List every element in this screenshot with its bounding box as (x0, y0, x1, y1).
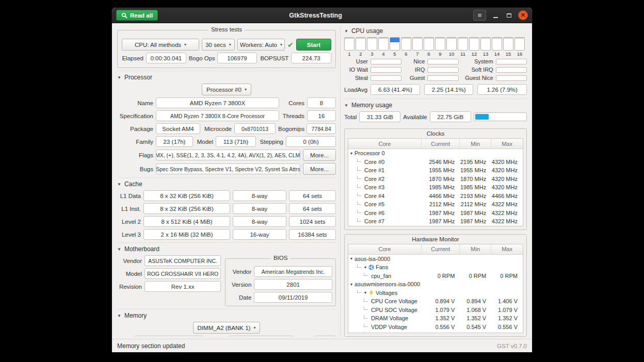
cache-size-value[interactable]: 2 x 16 MiB (32 MiB) (143, 229, 230, 240)
tree-row[interactable]: Core #31985 MHz1985 MHz4320 MHz (348, 183, 523, 192)
microcode-value[interactable]: 0x8701013 (234, 123, 276, 134)
cpu-core-meter-bar (492, 37, 502, 51)
row-name-cell: Core #6 (348, 210, 422, 216)
tree-row[interactable]: Core #71987 MHz1987 MHz4322 MHz (348, 217, 523, 226)
dimm-select[interactable]: DIMM_A2 (BANK 1)▾ (193, 322, 261, 334)
maximize-button[interactable] (505, 11, 513, 20)
stress-workers-select[interactable]: Workers: Auto▾ (237, 39, 285, 51)
bios-version-value[interactable]: 2801 (254, 279, 332, 290)
bogomips-label: Bogomips (278, 126, 304, 132)
minimize-button[interactable] (491, 11, 500, 20)
start-button[interactable]: Start (296, 39, 331, 51)
column-header-max[interactable]: Max (491, 139, 523, 149)
expander-arrow-icon[interactable]: ▾ (350, 151, 352, 156)
mb-model-value[interactable]: ROG CROSSHAIR VII HERO (144, 268, 221, 279)
column-header-core[interactable]: Core (348, 244, 422, 254)
elapsed-value[interactable]: 0:00:30.041 (146, 53, 186, 63)
cores-value[interactable]: 8 (307, 97, 336, 108)
mb-vendor-value[interactable]: ASUSTeK COMPUTER INC. (144, 255, 221, 266)
tree-row[interactable]: Core #21870 MHz1870 MHz4320 MHz (348, 175, 523, 184)
cache-size-value[interactable]: 8 x 32 KiB (256 KiB) (143, 190, 230, 201)
cache-expander[interactable]: ▼ Cache (117, 180, 336, 188)
cpu-core-meter: 2 (356, 37, 366, 57)
loadavg-value[interactable]: 6.63 (41.4%) (371, 84, 420, 95)
column-header-min[interactable]: Min (460, 139, 491, 149)
threads-value[interactable]: 16 (307, 110, 336, 121)
mem-speed-value[interactable]: 3266 MT/s (228, 336, 293, 337)
column-header-current[interactable]: Current (422, 139, 460, 149)
column-header-max[interactable]: Max (491, 244, 523, 254)
cache-sets-value[interactable]: 64 sets (289, 190, 336, 201)
row-label: Processor 0 (355, 150, 385, 156)
read-all-button[interactable]: Read all (116, 10, 158, 21)
tree-row[interactable]: Core #52112 MHz2112 MHz4322 MHz (348, 200, 523, 209)
cache-sets-value[interactable]: 64 sets (289, 203, 336, 214)
bugs-more-button[interactable]: More... (303, 163, 336, 175)
cache-sets-value[interactable]: 16384 sets (289, 229, 336, 240)
flags-value[interactable]: MMX, (+), SSE(1, 2, 3, 3S, 4.1, 4.2, 4A)… (156, 150, 300, 160)
stepping-value[interactable]: 0 (0h) (286, 136, 336, 147)
row-current-cell: 1987 MHz (422, 210, 460, 216)
tree-row[interactable]: ▾Processor 0 (348, 149, 523, 158)
loadavg-value[interactable]: 1.26 (7.9%) (477, 84, 527, 95)
expander-arrow-icon[interactable]: ▾ (364, 290, 366, 295)
cache-size-value[interactable]: 8 x 32 KiB (256 KiB) (143, 203, 230, 214)
mb-revision-value[interactable]: Rev 1.xx (144, 281, 221, 292)
cache-size-value[interactable]: 8 x 512 KiB (4 MiB) (143, 216, 230, 227)
close-button[interactable]: ✕ (518, 10, 528, 20)
mem-rank-value[interactable]: 2 (315, 336, 336, 337)
expander-arrow-icon[interactable]: ▾ (364, 265, 366, 270)
tree-row[interactable]: DRAM Voltage1.352 V1.352 V1.352 V (348, 314, 523, 323)
expander-arrow-icon[interactable]: ▾ (350, 282, 352, 287)
cache-ways-value[interactable]: 16-way (233, 229, 286, 240)
cpu-name-value[interactable]: AMD Ryzen 7 3800X (156, 97, 279, 108)
processor-select[interactable]: Processor #0▾ (202, 84, 251, 95)
flags-more-button[interactable]: More... (303, 149, 336, 161)
tree-row[interactable]: cpu_fan0 RPM0 RPM0 RPM (348, 272, 523, 281)
bogomips-value[interactable]: 7784.84 (307, 123, 336, 134)
cache-ways-value[interactable]: 8-way (233, 190, 286, 201)
stress-method-select[interactable]: CPU: All methods▾ (122, 39, 199, 51)
memory-usage-expander[interactable]: ▼ Memory usage (344, 102, 527, 109)
titlebar[interactable]: Read all GtkStressTesting ≡ ✕ (112, 8, 532, 23)
tree-row[interactable]: ▾asuswmisensors-isa-0000 (348, 280, 523, 289)
tree-row[interactable]: Core #11955 MHz1955 MHz4320 MHz (348, 166, 523, 175)
bogo-ops-value[interactable]: 106979 (217, 53, 257, 63)
column-header-current[interactable]: Current (422, 244, 460, 254)
processor-expander[interactable]: ▼ Processor (117, 74, 336, 81)
tree-row[interactable]: VDDP Voltage0.556 V0.545 V0.556 V (348, 323, 523, 332)
tree-row[interactable]: CPU SOC Voltage1.079 V1.068 V1.079 V (348, 306, 523, 315)
loadavg-value[interactable]: 2.25 (14.1%) (424, 84, 474, 95)
mem-available-value[interactable]: 22.75 GiB (430, 111, 471, 122)
column-header-min[interactable]: Min (460, 244, 491, 254)
tree-row[interactable]: Core #02546 MHz2195 MHz4320 MHz (348, 158, 523, 167)
family-value[interactable]: 23 (17h) (156, 136, 193, 147)
cache-ways-value[interactable]: 8-way (233, 203, 286, 214)
bios-date-value[interactable]: 09/11/2019 (254, 292, 332, 303)
tree-row[interactable]: Core #61987 MHz1987 MHz4322 MHz (348, 209, 523, 218)
cache-ways-value[interactable]: 8-way (233, 216, 286, 227)
bios-vendor-value[interactable]: American Megatrends Inc. (254, 266, 332, 277)
menu-button[interactable]: ≡ (473, 10, 486, 21)
tree-row[interactable]: ▾Fans (348, 263, 523, 272)
bopsust-value[interactable]: 224.73 (291, 53, 331, 63)
tree-row[interactable]: 1.8V PLL Voltage1.788 V1.788 V1.788 V (348, 331, 523, 333)
expander-arrow-icon[interactable]: ▾ (350, 256, 352, 261)
row-label: Core #4 (364, 193, 384, 199)
motherboard-expander[interactable]: ▼ Motherboard (117, 245, 336, 253)
spec-value[interactable]: AMD Ryzen 7 3800X 8-Core Processor (156, 110, 279, 121)
mem-size-value[interactable]: 16384 MB (134, 336, 203, 337)
tree-row[interactable]: Core #44466 MHz2193 MHz4466 MHz (348, 192, 523, 201)
tree-row[interactable]: ▾asus-isa-0000 (348, 255, 523, 264)
tree-row[interactable]: ▾Voltages (348, 289, 523, 298)
package-value[interactable]: Socket AM4 (156, 123, 200, 134)
cache-sets-value[interactable]: 1024 sets (289, 216, 336, 227)
stress-duration-select[interactable]: 30 secs▾ (202, 39, 235, 51)
column-header-core[interactable]: Core (348, 139, 422, 149)
cpu-usage-expander[interactable]: ▼ CPU usage (344, 27, 527, 35)
tree-row[interactable]: CPU Core Voltage0.894 V0.894 V1.406 V (348, 297, 523, 306)
bugs-value[interactable]: Spec Store Bypass, Spectre V1, Spectre V… (156, 163, 300, 174)
mem-total-value[interactable]: 31.33 GiB (359, 111, 400, 122)
memory-expander[interactable]: ▼ Memory (117, 312, 336, 319)
model-value[interactable]: 113 (71h) (216, 136, 256, 147)
